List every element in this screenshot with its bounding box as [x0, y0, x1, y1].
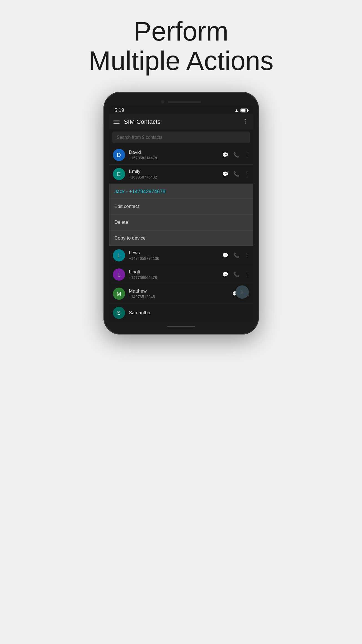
status-time: 5:19 — [115, 107, 124, 113]
contact-info-emily: Emily +169958776432 — [129, 169, 222, 179]
contact-name-lingli: Lingli — [129, 269, 222, 275]
contact-row-david[interactable]: D David +157858314478 💬 📞 ⋮ — [109, 145, 253, 165]
contact-actions-lingli: 💬 📞 ⋮ — [222, 271, 249, 278]
avatar-lews: L — [113, 249, 125, 261]
contact-info-lews: Lews +1474658774136 — [129, 250, 222, 261]
app-bar: SIM Contacts ⋮ — [109, 114, 253, 129]
contact-number-lingli: +147758966478 — [129, 275, 222, 280]
contact-name-emily: Emily — [129, 169, 222, 174]
home-indicator — [167, 326, 195, 327]
call-icon-lews[interactable]: 📞 — [233, 252, 239, 258]
call-icon-lingli[interactable]: 📞 — [233, 271, 239, 278]
contact-info-samantha: Samantha — [129, 310, 249, 316]
fab-add[interactable]: + — [236, 285, 249, 299]
phone-top-bar — [109, 97, 253, 105]
context-menu-edit[interactable]: Edit contact — [109, 199, 253, 215]
message-icon-emily[interactable]: 💬 — [222, 171, 228, 177]
call-icon-emily[interactable]: 📞 — [233, 171, 239, 177]
call-icon-david[interactable]: 📞 — [233, 152, 239, 158]
message-icon-lews[interactable]: 💬 — [222, 252, 228, 258]
avatar-emily: E — [113, 168, 125, 180]
phone-shell: 5:19 ▲ SIM Contacts ⋮ Search from 9 cont… — [103, 92, 259, 334]
context-menu-copy[interactable]: Copy to device — [109, 230, 253, 246]
more-icon-lews[interactable]: ⋮ — [244, 252, 249, 258]
context-menu: Jack - +147842974678 Edit contact Delete… — [109, 184, 253, 246]
battery-fill — [241, 109, 245, 112]
contact-info-matthew: Matthew +14978512245 — [129, 288, 232, 299]
context-menu-delete[interactable]: Delete — [109, 215, 253, 230]
phone-bottom-bar — [109, 322, 253, 329]
screen-content: D David +157858314478 💬 📞 ⋮ E Emily +169… — [109, 145, 253, 322]
contact-info-david: David +157858314478 — [129, 150, 222, 160]
contact-number-lews: +1474658774136 — [129, 256, 222, 261]
contact-number-emily: +169958776432 — [129, 175, 222, 179]
search-placeholder: Search from 9 contacts — [117, 135, 163, 140]
overflow-menu-icon[interactable]: ⋮ — [242, 118, 249, 125]
message-icon-lingli[interactable]: 💬 — [222, 271, 228, 278]
avatar-lingli: L — [113, 268, 125, 281]
search-bar[interactable]: Search from 9 contacts — [112, 132, 250, 143]
contact-name-lews: Lews — [129, 250, 222, 256]
status-icons: ▲ — [234, 108, 248, 113]
more-icon-lingli[interactable]: ⋮ — [244, 271, 249, 278]
more-icon-emily[interactable]: ⋮ — [244, 171, 249, 177]
camera-dot — [161, 100, 164, 104]
contact-actions-david: 💬 📞 ⋮ — [222, 152, 249, 158]
phone-screen: 5:19 ▲ SIM Contacts ⋮ Search from 9 cont… — [109, 105, 253, 322]
contact-name-samantha: Samantha — [129, 310, 249, 316]
app-title: SIM Contacts — [124, 118, 238, 125]
contact-row-matthew[interactable]: M Matthew +14978512245 💬 📞 + — [109, 284, 253, 303]
contact-name-david: David — [129, 150, 222, 155]
contact-row-samantha[interactable]: S Samantha — [109, 303, 253, 322]
more-icon-david[interactable]: ⋮ — [244, 152, 249, 158]
contact-actions-emily: 💬 📞 ⋮ — [222, 171, 249, 177]
contact-actions-lews: 💬 📞 ⋮ — [222, 252, 249, 258]
contact-name-matthew: Matthew — [129, 288, 232, 294]
context-menu-header: Jack - +147842974678 — [109, 184, 253, 199]
avatar-david: D — [113, 149, 125, 161]
signal-icon: ▲ — [234, 108, 239, 113]
contact-number-matthew: +14978512245 — [129, 295, 232, 299]
contact-number-david: +157858314478 — [129, 156, 222, 160]
avatar-samantha: S — [113, 307, 125, 319]
context-menu-contact-label: Jack - +147842974678 — [115, 189, 166, 194]
avatar-matthew: M — [113, 288, 125, 300]
battery-icon — [241, 109, 248, 112]
status-bar: 5:19 ▲ — [109, 105, 253, 114]
message-icon-david[interactable]: 💬 — [222, 152, 228, 158]
contact-row-lingli[interactable]: L Lingli +147758966478 💬 📞 ⋮ — [109, 265, 253, 284]
contact-row-lews[interactable]: L Lews +1474658774136 💬 📞 ⋮ — [109, 246, 253, 265]
page-title: Perform Multiple Actions — [88, 17, 274, 75]
hamburger-menu-icon[interactable] — [113, 120, 120, 124]
contact-row-emily[interactable]: E Emily +169958776432 💬 📞 ⋮ — [109, 165, 253, 184]
contact-info-lingli: Lingli +147758966478 — [129, 269, 222, 280]
speaker-grille — [168, 101, 201, 103]
